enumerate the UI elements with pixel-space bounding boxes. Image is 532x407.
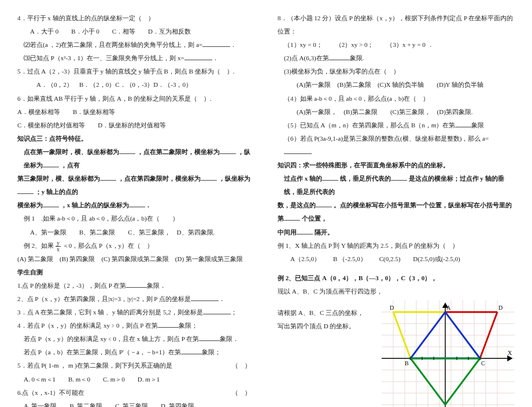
text: ；y 轴上的点的	[35, 188, 78, 195]
blank	[181, 348, 202, 354]
text: 若点 P（x，y）的坐标满足 xy﹤0，且在 x 轴上方，则点 P 在第	[24, 335, 199, 342]
example1: 例 1 .如果 a-b＜0，且 ab＜0，那么点(a，b)在（ ）	[17, 212, 254, 225]
k4-line2: 数，是这点的 。点的横坐标写在小括号里第一个位置，纵坐标写在小括号里的第 个位置…	[278, 199, 515, 225]
blank	[455, 121, 471, 127]
text: 象限；	[202, 349, 221, 355]
blank	[329, 54, 350, 60]
text: 个位置，	[302, 215, 327, 222]
text: 过点作 x 轴的	[284, 175, 322, 182]
blank	[316, 201, 332, 207]
s4c: 若点 P（x，y）的坐标满足 xy﹤0，且在 x 轴上方，则点 P 在第象限．	[17, 332, 254, 346]
svg-marker-20	[508, 356, 512, 361]
coordinate-diagram: D A D B C D X	[382, 300, 515, 407]
text: ，点有	[61, 162, 80, 168]
spacer	[278, 266, 515, 272]
k3-title: 知识点三：点符号特征。	[17, 132, 254, 145]
r8e: （5）已知点 A（m，n）在第四象限，那么点 B（n，m）在第象限	[278, 119, 515, 132]
label-a: A	[446, 305, 451, 311]
text: 象限．	[147, 282, 166, 289]
blank	[391, 174, 407, 181]
text: (2)点 A(6,3)在第	[284, 54, 329, 61]
fraction-y-over-x: yx	[56, 240, 61, 252]
text: 隔开。	[315, 229, 334, 236]
text: 3．点 A 在第二象限，它到 x 轴 、y 轴的距离分别是 5,2，则坐标是	[17, 309, 203, 316]
r8f: （6）若点 P(3a-9,1-a)是第三象限的整数点(横、纵坐标都是整数)，那么…	[278, 132, 515, 159]
r8a: （1）xy = 0； （2）xy > 0； （3）x + y = 0 ．	[278, 38, 515, 52]
example2-row: 请根据 A、B、C 三点的坐标， 写出第四个顶点 D 的坐标。	[278, 298, 515, 407]
s2: 2、点 P（x，y）在第四象限，且|x|=3，|y|=2，则 P 点的坐标是．	[17, 292, 254, 306]
worksheet-page: 4．平行于 x 轴的直线上的点的纵坐标一定（ ） A．大于 0 B．小于 0 C…	[0, 0, 532, 407]
k4-line1: 过点作 x 轴的 线，垂足所代表的 是这点的横坐标；过点作 y 轴的垂线，垂足所…	[278, 172, 515, 199]
text: 象限；	[179, 322, 198, 329]
q6-opt-c: C．横坐标的绝对值相等 D．纵坐标的绝对值相等	[17, 119, 254, 132]
k3-line3: 横坐标为 ，x 轴上的点的纵坐标为．	[17, 199, 254, 212]
right-column: 8．（本小题 12 分）设点 P 的坐标（x，y），根据下列条件判定点 P 在坐…	[278, 12, 515, 407]
blank	[129, 201, 145, 207]
q4-sub3: ⑶已知点 P（x²-3，1）在一、三象限夹角平分线上，则 x=．	[17, 52, 254, 65]
text: 象限．	[220, 335, 239, 342]
text: 6.点（x，x-1）不可能在	[17, 389, 84, 396]
r-example2c: 请根据 A、B、C 三点的坐标，	[278, 306, 382, 320]
text: 第三象限时，横、纵坐标都为	[17, 175, 100, 182]
s6-options: A. 第一象限 B. 第二象限 C. 第三象限 D. 第四象限	[17, 399, 254, 407]
blank	[43, 161, 59, 167]
blank	[284, 148, 312, 154]
label-d-left: D	[390, 305, 394, 311]
q6-opt-a: A．横坐标相等 B．纵坐标相等	[17, 105, 254, 119]
selftest-title: 学生自测	[17, 266, 254, 279]
blank	[297, 228, 313, 234]
text: 象限	[471, 122, 484, 129]
r-example2b: 现以 A、B、C 为顶点画平行四边形，	[278, 285, 515, 298]
text: ，点在第四象限时，横坐标为	[118, 175, 201, 182]
text: ＜0，那么点 P（x，y）在（ ）	[62, 242, 153, 249]
r8d: （4）如果 a-b＜0，且 ab＜0，那么点(a，b)在（ ）	[278, 92, 515, 105]
r-example1-options: A（2.5,0） B （-2.5,0） C(0,2.5) D(2.5,0)或(-…	[278, 252, 515, 266]
text: 1.点 P 的坐标是（2，-3），则点 P 在第	[17, 282, 126, 289]
text: 点在第一象限时，横、纵坐标都为	[24, 148, 119, 155]
blank	[284, 215, 300, 221]
blank	[220, 148, 236, 154]
blank	[158, 321, 179, 328]
s5: 5．若点 P( 1-m ， m )在第二象限，则下列关系正确的是（ ）	[17, 359, 254, 372]
s1: 1.点 P 的坐标是（2，-3），则点 P 在第象限．	[17, 279, 254, 292]
example2-text: 请根据 A、B、C 三点的坐标， 写出第四个顶点 D 的坐标。	[278, 298, 382, 407]
paren: （ ）	[232, 359, 254, 372]
r-example1: 例 1、X 轴上的点 P 到 Y 轴的距离为 2.5，则点Ｐ的坐标为（ ）	[278, 239, 515, 252]
q5-options: A．（0，2） B．（2，0）C．（0，-3）D．（-3，0）	[17, 78, 254, 91]
example2: 例 2、如果 yx ＜0，那么点 P（x，y）在（ ）	[17, 239, 254, 252]
k3-line1: 点在第一象限时，横、纵坐标都为 ，点在第二象限时，横坐标为 ，纵坐标为 ，点有	[17, 145, 254, 172]
blank	[100, 174, 116, 181]
q5: 5．过点 A（2，-3）且垂直于 y 轴的直线交 y 轴于点 B，则点 B 坐标…	[17, 65, 254, 78]
s4: 4．若点 P（x，y）的坐标满足 xy﹥0，则点 P 在第象限；	[17, 319, 254, 332]
blank	[203, 308, 231, 314]
text: （6）若点 P(3a-9,1-a)是第三象限的整数点(横、纵坐标都是整数)，那么…	[284, 135, 489, 142]
text: ，x 轴上的点的纵坐标为	[61, 201, 129, 208]
blank	[119, 148, 135, 154]
s4e: 若点 P（a，b）在第三象限，则点 P'（－a，－b+1）在第象限；	[17, 346, 254, 359]
text: ⑵若点(a ，2)在第二象限，且在两坐标轴的夹角平分线上，则 a=	[24, 41, 202, 48]
s6: 6.点（x，x-1）不可能在（ ）	[17, 386, 254, 399]
text: ，纵坐标为	[219, 175, 250, 182]
label-d-right: D	[498, 305, 503, 311]
q6: 6．如果直线 AB 平行于 y 轴，则点 A，B 的坐标之间的关系是（ ）.	[17, 92, 254, 105]
text: 5．若点 P( 1-m ， m )在第二象限，则下列关系正确的是	[17, 362, 172, 369]
blank	[184, 54, 212, 60]
label-x-axis: X	[508, 350, 512, 356]
r8c-options: (A)第一象限 (B)第二象限 (C)X 轴的负半轴 (D)Y 轴的负半轴	[278, 78, 515, 91]
text: 线，垂足所代表的	[340, 175, 391, 182]
k4-title: 知识四：求一些特殊图形，在平面直角坐标系中的点的坐标。	[278, 159, 515, 172]
example2-options: (A) 第二象限 (B) 第四象限 (C) 第四象限或第二象限 (D) 第一象限…	[17, 252, 254, 266]
text: （5）已知点 A（m，n）在第四象限，那么点 B（n，m）在第	[284, 122, 455, 129]
text: 中间用	[278, 229, 297, 236]
blank	[201, 174, 217, 181]
paren: （ ）	[232, 386, 254, 399]
q4-sub2: ⑵若点(a ，2)在第二象限，且在两坐标轴的夹角平分线上，则 a=．	[17, 38, 254, 52]
text: 2、点 P（x，y）在第四象限，且|x|=3，|y|=2，则 P 点的坐标是	[17, 295, 191, 302]
example1-options: A、第一象限 B、第二象限 C、第三象限， D、第四象限.	[17, 226, 254, 239]
text: 4．若点 P（x，y）的坐标满足 xy﹥0，则点 P 在第	[17, 322, 158, 329]
s3: 3．点 A 在第二象限，它到 x 轴 、y 轴的距离分别是 5,2，则坐标是；	[17, 306, 254, 319]
label-c: C	[481, 360, 485, 366]
blank	[202, 41, 230, 47]
text: 横坐标为	[17, 201, 43, 208]
blank	[17, 188, 34, 194]
